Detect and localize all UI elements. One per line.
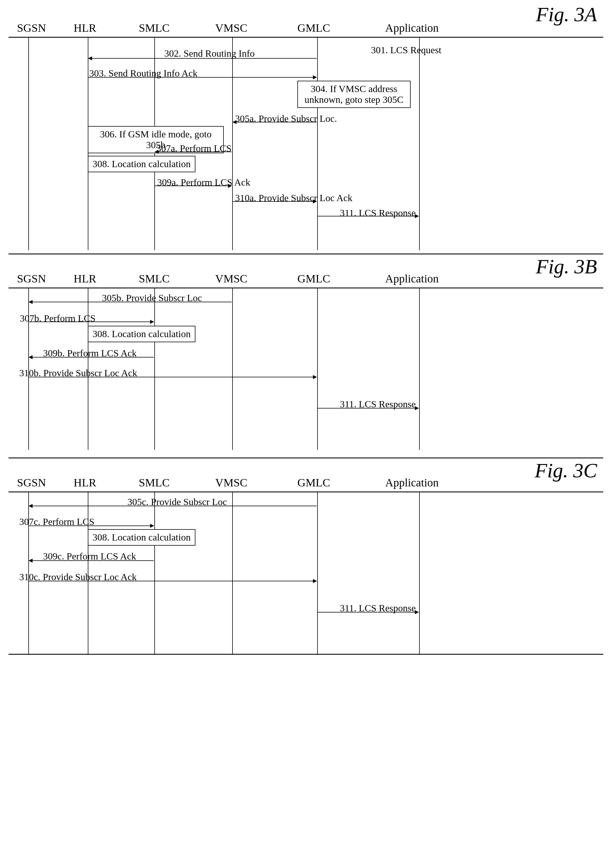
- label-307a: 307a. Perform LCS: [156, 143, 231, 154]
- label-307b: 307b. Perform LCS: [20, 313, 95, 324]
- label-307c: 307c. Perform LCS: [19, 516, 94, 527]
- fig3c-vline-app: [419, 492, 420, 654]
- fig3a-vline-app: [419, 38, 420, 250]
- fig3a-col-gmlc: GMLC: [298, 21, 330, 34]
- fig3a-col-app: Application: [385, 21, 439, 34]
- fig3c-content-border: [8, 492, 603, 492]
- fig3a-top-border: [8, 37, 603, 38]
- label-311c: 311. LCS Response: [340, 603, 416, 613]
- label-305b: 305b. Provide Subscr Loc: [102, 293, 202, 303]
- fig3b-top-border: [8, 253, 603, 255]
- fig3c-col-gmlc: GMLC: [298, 476, 330, 489]
- fig3b-title: Fig. 3B: [536, 255, 597, 278]
- label-303: 303. Send Routing Info Ack: [89, 68, 197, 79]
- diagram-container: Fig. 3A SGSN HLR SMLC VMSC GMLC Applicat…: [0, 0, 614, 868]
- fig3b-vline-app: [419, 289, 420, 450]
- label-309a: 309a. Perform LCS Ack: [157, 177, 250, 188]
- box-304: 304. If VMSC addressunknown, goto step 3…: [298, 81, 411, 108]
- fig3c-title: Fig. 3C: [535, 459, 597, 483]
- fig3c-col-hlr: HLR: [74, 476, 96, 489]
- fig3b-col-smlc: SMLC: [139, 272, 170, 285]
- fig3c-vline-gmlc: [317, 492, 318, 654]
- box-308a: 308. Location calculation: [88, 156, 195, 172]
- fig3b-vline-gmlc: [317, 289, 318, 450]
- fig3c-col-sgsn: SGSN: [17, 476, 46, 489]
- box-308b: 308. Location calculation: [88, 326, 195, 342]
- fig3c-col-app: Application: [385, 476, 439, 489]
- fig3c-top-border: [8, 458, 603, 458]
- fig3b-content-border: [8, 287, 603, 289]
- fig3b-vline-smlc: [154, 289, 155, 450]
- fig3c-vline-vmsc: [232, 492, 233, 654]
- label-305a: 305a. Provide Subscr Loc.: [235, 113, 337, 124]
- fig3b-vline-vmsc: [232, 289, 233, 450]
- label-301: 301. LCS Request: [371, 45, 441, 56]
- label-302: 302. Send Routing Info: [164, 48, 254, 59]
- fig3c-bottom-border: [8, 654, 603, 655]
- label-310b: 310b. Provide Subscr Loc Ack: [19, 368, 137, 379]
- label-310a: 310a. Provide Subscr Loc Ack: [235, 193, 353, 203]
- fig3a-col-vmsc: VMSC: [215, 21, 247, 34]
- box-308c: 308. Location calculation: [88, 529, 195, 546]
- fig3a-col-sgsn: SGSN: [17, 21, 46, 34]
- fig3a-vline-sgsn: [28, 38, 29, 250]
- label-309b: 309b. Perform LCS Ack: [43, 348, 137, 359]
- fig3c-col-smlc: SMLC: [139, 476, 170, 489]
- fig3a-vline-vmsc: [232, 38, 233, 250]
- fig3b-col-app: Application: [385, 272, 439, 285]
- label-305c: 305c. Provide Subscr Loc: [127, 497, 227, 507]
- fig3a-col-hlr: HLR: [74, 21, 96, 34]
- fig3a-vline-gmlc: [317, 38, 318, 250]
- fig3b-col-hlr: HLR: [74, 272, 96, 285]
- fig3b-col-sgsn: SGSN: [17, 272, 46, 285]
- label-311a: 311. LCS Response: [340, 208, 416, 218]
- label-309c: 309c. Perform LCS Ack: [43, 551, 136, 562]
- fig3b-col-gmlc: GMLC: [298, 272, 330, 285]
- label-310c: 310c. Provide Subscr Loc Ack: [19, 572, 137, 582]
- fig3c-col-vmsc: VMSC: [215, 476, 247, 489]
- fig3a-title: Fig. 3A: [536, 3, 597, 26]
- fig3b-col-vmsc: VMSC: [215, 272, 247, 285]
- fig3a-col-smlc: SMLC: [139, 21, 170, 34]
- label-311b: 311. LCS Response: [340, 399, 416, 410]
- fig3c-vline-smlc: [154, 492, 155, 654]
